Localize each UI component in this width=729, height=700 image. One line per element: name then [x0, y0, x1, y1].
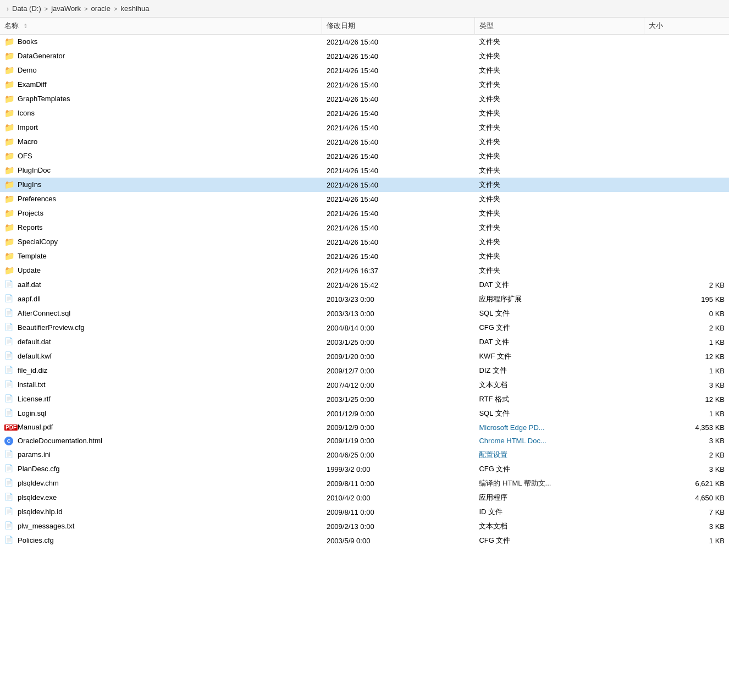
- table-row[interactable]: PDFManual.pdf2009/12/9 0:00Microsoft Edg…: [0, 421, 729, 434]
- table-row[interactable]: 📄BeautifierPreview.cfg2004/8/14 0:00CFG …: [0, 321, 729, 335]
- table-row[interactable]: 📁Books2021/4/26 15:40文件夹: [0, 35, 729, 49]
- file-name-cell: 📁Demo: [0, 63, 322, 78]
- file-date-cell: 2009/12/9 0:00: [322, 421, 475, 434]
- file-type-cell: 文件夹: [474, 221, 644, 235]
- table-row[interactable]: 📄plsqldev.chm2009/8/11 0:00编译的 HTML 帮助文.…: [0, 476, 729, 490]
- file-size-cell: 1 KB: [644, 335, 729, 349]
- table-row[interactable]: 📁Projects2021/4/26 15:40文件夹: [0, 206, 729, 221]
- table-row[interactable]: 📄plsqldev.exe2010/4/2 0:00应用程序4,650 KB: [0, 490, 729, 505]
- table-row[interactable]: 📁Demo2021/4/26 15:40文件夹: [0, 63, 729, 78]
- rtf-icon: 📄: [4, 394, 14, 403]
- breadcrumb-item-oracle[interactable]: oracle: [91, 4, 111, 13]
- table-row[interactable]: 📄Login.sql2001/12/9 0:00SQL 文件1 KB: [0, 406, 729, 421]
- file-date-cell: 2009/8/11 0:00: [322, 505, 475, 519]
- table-row[interactable]: 📁OFS2021/4/26 15:40文件夹: [0, 149, 729, 163]
- sort-arrow-name: ⇧: [23, 23, 27, 29]
- file-type-cell: 文件夹: [474, 149, 644, 163]
- file-name-label: aalf.dat: [18, 280, 41, 289]
- file-name-cell: 📄PlanDesc.cfg: [0, 462, 322, 476]
- table-row[interactable]: 📁Import2021/4/26 15:40文件夹: [0, 120, 729, 135]
- file-date-cell: 2021/4/26 15:42: [322, 278, 475, 292]
- file-size-cell: 3 KB: [644, 462, 729, 476]
- file-size-cell: 3 KB: [644, 434, 729, 448]
- table-row[interactable]: 📁Macro2021/4/26 15:40文件夹: [0, 135, 729, 149]
- table-row[interactable]: 📄default.kwf2009/1/20 0:00KWF 文件12 KB: [0, 349, 729, 363]
- table-row[interactable]: 📁Icons2021/4/26 15:40文件夹: [0, 106, 729, 120]
- breadcrumb-sep-1: >: [45, 5, 48, 12]
- table-row[interactable]: 📁Reports2021/4/26 15:40文件夹: [0, 221, 729, 235]
- file-type-cell: CFG 文件: [474, 321, 644, 335]
- file-size-cell: [644, 249, 729, 263]
- table-row[interactable]: 📁DataGenerator2021/4/26 15:40文件夹: [0, 49, 729, 63]
- table-row[interactable]: 📄default.dat2003/1/25 0:00DAT 文件1 KB: [0, 335, 729, 349]
- folder-icon: 📁: [4, 37, 14, 46]
- breadcrumb-item-data[interactable]: Data (D:): [12, 4, 41, 13]
- table-row[interactable]: 📁Update2021/4/26 16:37文件夹: [0, 263, 729, 278]
- table-row[interactable]: 📄License.rtf2003/1/25 0:00RTF 格式12 KB: [0, 392, 729, 406]
- file-date-cell: 2021/4/26 15:40: [322, 149, 475, 163]
- file-icon: 📄: [4, 280, 14, 289]
- file-name-cell: 📄License.rtf: [0, 392, 322, 406]
- file-date-cell: 2021/4/26 16:37: [322, 263, 475, 278]
- file-date-cell: 2021/4/26 15:40: [322, 135, 475, 149]
- table-row[interactable]: 📄plsqldev.hlp.id2009/8/11 0:00ID 文件7 KB: [0, 505, 729, 519]
- file-date-cell: 2001/12/9 0:00: [322, 406, 475, 421]
- breadcrumb-item-keshihua[interactable]: keshihua: [120, 4, 149, 13]
- file-type-cell: 文本文档: [474, 378, 644, 392]
- file-name-cell: PDFManual.pdf: [0, 421, 322, 434]
- file-name-label: DataGenerator: [18, 52, 65, 60]
- table-row[interactable]: 📁PlugIns2021/4/26 15:40文件夹: [0, 178, 729, 192]
- file-name-cell: 📁Preferences: [0, 192, 322, 206]
- table-row[interactable]: 📄aalf.dat2021/4/26 15:42DAT 文件2 KB: [0, 278, 729, 292]
- file-name-cell: 📁Template: [0, 249, 322, 263]
- table-row[interactable]: 📄params.ini2004/6/25 0:00配置设置2 KB: [0, 448, 729, 462]
- folder-icon: 📁: [4, 237, 14, 246]
- file-type-cell: KWF 文件: [474, 349, 644, 363]
- file-name-cell: 📄Login.sql: [0, 406, 322, 421]
- table-row[interactable]: 📄install.txt2007/4/12 0:00文本文档3 KB: [0, 378, 729, 392]
- folder-icon: 📁: [4, 65, 14, 74]
- file-name-cell: 📄aapf.dll: [0, 292, 322, 306]
- file-type-cell: DAT 文件: [474, 278, 644, 292]
- file-type-cell: DIZ 文件: [474, 363, 644, 378]
- table-header-row: 名称 ⇧ 修改日期 类型 大小: [0, 18, 729, 35]
- file-type-cell: 文件夹: [474, 206, 644, 221]
- breadcrumb-item-javawork[interactable]: javaWork: [51, 4, 81, 13]
- column-header-name[interactable]: 名称 ⇧: [0, 18, 322, 35]
- file-name-cell: 📁PlugInDoc: [0, 163, 322, 178]
- table-row[interactable]: 📁GraphTemplates2021/4/26 15:40文件夹: [0, 92, 729, 106]
- table-row[interactable]: 📄plw_messages.txt2009/2/13 0:00文本文档3 KB: [0, 519, 729, 533]
- column-header-type[interactable]: 类型: [474, 18, 644, 35]
- file-type-cell: CFG 文件: [474, 533, 644, 548]
- file-size-cell: 12 KB: [644, 349, 729, 363]
- table-row[interactable]: 📄Policies.cfg2003/5/9 0:00CFG 文件1 KB: [0, 533, 729, 548]
- file-type-cell: 编译的 HTML 帮助文...: [474, 476, 644, 490]
- file-date-cell: 2021/4/26 15:40: [322, 206, 475, 221]
- file-size-cell: 1 KB: [644, 406, 729, 421]
- file-name-cell: 📁Reports: [0, 221, 322, 235]
- file-size-cell: [644, 35, 729, 49]
- table-row[interactable]: 📄aapf.dll2010/3/23 0:00应用程序扩展195 KB: [0, 292, 729, 306]
- table-row[interactable]: 📁SpecialCopy2021/4/26 15:40文件夹: [0, 235, 729, 249]
- file-date-cell: 2021/4/26 15:40: [322, 106, 475, 120]
- table-row[interactable]: 📄PlanDesc.cfg1999/3/2 0:00CFG 文件3 KB: [0, 462, 729, 476]
- table-row[interactable]: 📁Preferences2021/4/26 15:40文件夹: [0, 192, 729, 206]
- table-row[interactable]: 📁ExamDiff2021/4/26 15:40文件夹: [0, 78, 729, 92]
- file-size-cell: 2 KB: [644, 321, 729, 335]
- file-size-cell: 12 KB: [644, 392, 729, 406]
- table-row[interactable]: 📄AfterConnect.sql2003/3/13 0:00SQL 文件0 K…: [0, 306, 729, 321]
- file-type-cell: 应用程序扩展: [474, 292, 644, 306]
- table-row[interactable]: 📁PlugInDoc2021/4/26 15:40文件夹: [0, 163, 729, 178]
- file-name-label: License.rtf: [18, 395, 51, 403]
- table-row[interactable]: 📄file_id.diz2009/12/7 0:00DIZ 文件1 KB: [0, 363, 729, 378]
- column-header-size[interactable]: 大小: [644, 18, 729, 35]
- table-row[interactable]: COracleDocumentation.html2009/1/19 0:00C…: [0, 434, 729, 448]
- file-icon: 📄: [4, 351, 14, 360]
- column-header-date[interactable]: 修改日期: [322, 18, 475, 35]
- table-row[interactable]: 📁Template2021/4/26 15:40文件夹: [0, 249, 729, 263]
- file-name-label: aapf.dll: [18, 295, 41, 303]
- file-name-cell: 📄BeautifierPreview.cfg: [0, 321, 322, 335]
- file-name-cell: 📁Update: [0, 263, 322, 278]
- file-size-cell: 195 KB: [644, 292, 729, 306]
- file-name-label: default.kwf: [18, 352, 52, 360]
